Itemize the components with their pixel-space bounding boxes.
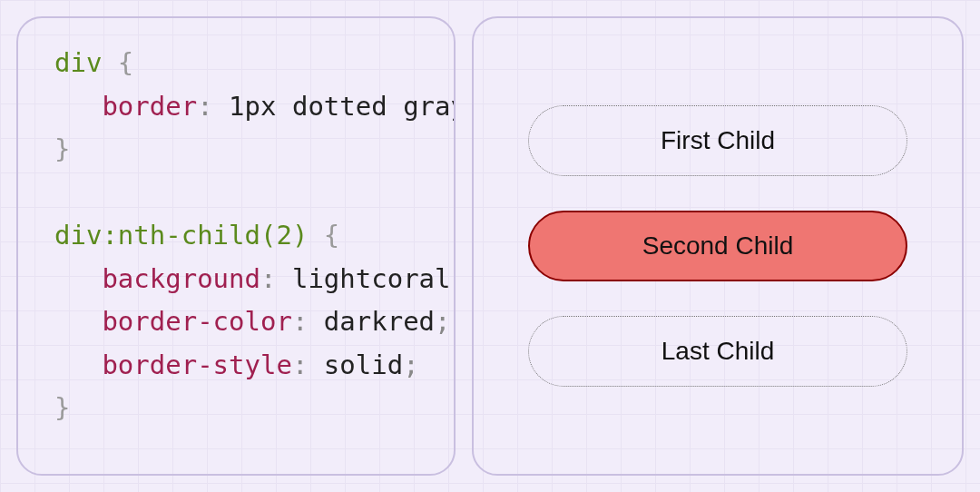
css-line: } [54, 128, 434, 172]
brace-close: } [54, 392, 70, 423]
css-prop: background [102, 263, 260, 294]
preview-panel: First Child Second Child Last Child [472, 16, 964, 476]
indent [54, 263, 102, 294]
css-value: darkred [324, 306, 435, 337]
css-prop: border-color [102, 306, 292, 337]
css-prop: border [102, 91, 197, 122]
indent [54, 91, 102, 122]
preview-child-1: First Child [528, 105, 907, 176]
brace-open: { [308, 220, 339, 251]
css-value: lightcoral [292, 263, 451, 294]
css-line: border-style: solid; [54, 344, 434, 388]
brace-open: { [102, 47, 133, 78]
css-value: solid [324, 349, 403, 380]
blank-line [54, 172, 434, 215]
css-selector: div [54, 47, 102, 78]
css-line: } [54, 387, 434, 430]
colon: : [292, 349, 324, 380]
css-line: background: lightcoral; [54, 258, 434, 301]
indent [54, 349, 102, 380]
semicolon: ; [451, 263, 456, 294]
css-line: div { [54, 42, 434, 85]
brace-close: } [54, 133, 70, 164]
css-prop: border-style [102, 349, 292, 380]
preview-child-2: Second Child [528, 211, 907, 281]
css-line: border-color: darkred; [54, 300, 434, 344]
indent [54, 306, 102, 337]
css-selector: div:nth-child(2) [54, 220, 308, 251]
semicolon: ; [435, 306, 450, 337]
colon: : [260, 263, 292, 294]
semicolon: ; [403, 349, 418, 380]
css-line: border: 1px dotted gray [54, 85, 434, 129]
preview-child-3: Last Child [528, 316, 907, 387]
css-value: 1px dotted gray [229, 91, 456, 122]
css-line: div:nth-child(2) { [54, 214, 434, 258]
colon: : [292, 306, 324, 337]
css-code-panel: div { border: 1px dotted gray } div:nth-… [16, 16, 456, 476]
colon: : [197, 91, 229, 122]
